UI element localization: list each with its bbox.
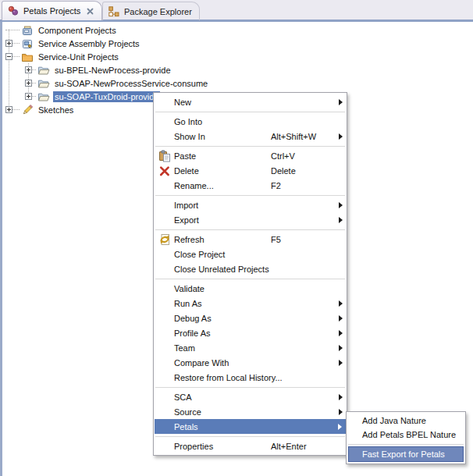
menu-item-compare-with[interactable]: Compare With: [154, 355, 347, 370]
tree-connector: [12, 56, 20, 57]
submenu-arrow-icon: [339, 315, 343, 321]
submenu-arrow-icon: [339, 394, 343, 400]
expander-plus-icon[interactable]: [5, 106, 12, 113]
tree-connector: [32, 96, 36, 97]
refresh-icon: [157, 233, 172, 246]
menu-item-properties[interactable]: Properties Alt+Enter: [154, 439, 347, 453]
submenu-arrow-icon: [339, 99, 343, 105]
menu-item-close-project[interactable]: Close Project: [154, 247, 347, 261]
menu-item-run-as[interactable]: Run As: [154, 296, 347, 311]
tab-package-explorer[interactable]: Package Explorer: [102, 2, 200, 20]
submenu-arrow-icon: [339, 202, 343, 208]
tree-item-su-soap-newprocessservice-consume[interactable]: su-SOAP-NewProcessService-consume: [2, 76, 473, 90]
submenu-item-fast-export-for-petals[interactable]: Fast Export for Petals: [348, 446, 464, 462]
menu-item-sca[interactable]: SCA: [154, 389, 347, 404]
tree-connector: [12, 43, 20, 44]
submenu-arrow-icon: [339, 360, 343, 366]
menu-item-petals[interactable]: Petals: [155, 419, 346, 434]
submenu-arrow-icon: [339, 133, 343, 140]
submenu-arrow-icon: [339, 330, 343, 336]
menu-item-new[interactable]: New: [154, 94, 347, 109]
submenu-arrow-icon: [339, 409, 343, 415]
expander-plus-icon[interactable]: [25, 80, 32, 87]
component-icon: [21, 24, 34, 37]
tree-item-service-assembly-projects[interactable]: Service Assembly Projects: [2, 37, 473, 50]
tree-connector: [32, 69, 36, 70]
tree-item-label: Service Assembly Projects: [37, 38, 141, 49]
submenu-arrow-icon: [339, 217, 343, 223]
menu-item-team[interactable]: Team: [154, 340, 347, 355]
expander-plus-icon[interactable]: [25, 93, 32, 100]
context-menu: New Go Into Show In Alt+Shift+W Paste Ct…: [153, 92, 347, 456]
folder-open-icon: [37, 91, 50, 103]
menu-separator: [348, 444, 464, 445]
tree-connector: [32, 83, 36, 83]
tab-label: Petals Projects: [23, 6, 80, 16]
menu-item-show-in[interactable]: Show In Alt+Shift+W: [154, 129, 347, 144]
view-tab-bar: Petals Projects Package Explorer: [0, 0, 473, 22]
tab-petals-projects[interactable]: Petals Projects: [2, 1, 102, 20]
tree-item-label: Sketches: [37, 105, 75, 115]
menu-item-paste[interactable]: Paste Ctrl+V: [154, 148, 347, 163]
assembly-icon: [21, 37, 34, 50]
menu-separator: [155, 387, 345, 388]
package-explorer-icon: [108, 5, 120, 18]
expander-minus-icon[interactable]: [5, 53, 12, 60]
menu-item-import[interactable]: Import: [154, 197, 347, 212]
tree-item-label: Component Projects: [37, 25, 118, 36]
petals-logo-icon: [7, 5, 20, 17]
tree-item-component-projects[interactable]: Component Projects: [2, 23, 473, 37]
menu-item-source[interactable]: Source: [154, 404, 347, 419]
menu-separator: [155, 195, 345, 196]
menu-item-restore-from-local-history[interactable]: Restore from Local History...: [154, 370, 347, 385]
expander-plus-icon[interactable]: [5, 40, 12, 47]
folder-open-icon: [37, 64, 50, 76]
menu-item-debug-as[interactable]: Debug As: [154, 311, 347, 325]
folder-closed-icon: [21, 51, 34, 63]
tree-item-label: su-BPEL-NewProcess-provide: [53, 65, 172, 76]
tree-item-label: Service-Unit Projects: [37, 52, 120, 62]
tab-label: Package Explorer: [124, 7, 192, 16]
menu-item-export[interactable]: Export: [154, 212, 347, 227]
tree-item-label: su-SOAP-NewProcessService-consume: [53, 78, 209, 89]
delete-icon: [157, 165, 172, 177]
submenu-item-add-java-nature[interactable]: Add Java Nature: [347, 414, 465, 428]
close-icon[interactable]: [86, 7, 94, 16]
paste-icon: [157, 150, 172, 162]
tree-item-service-unit-projects[interactable]: Service-Unit Projects: [2, 50, 473, 63]
menu-item-go-into[interactable]: Go Into: [154, 114, 347, 129]
folder-open-icon: [37, 77, 50, 90]
tree-item-su-bpel-newprocess-provide[interactable]: su-BPEL-NewProcess-provide: [2, 63, 473, 76]
menu-separator: [155, 112, 345, 112]
menu-item-close-unrelated-projects[interactable]: Close Unrelated Projects: [154, 261, 347, 276]
menu-item-rename[interactable]: Rename... F2: [154, 178, 347, 193]
petals-submenu: Add Java Nature Add Petals BPEL Nature F…: [346, 411, 466, 464]
submenu-item-add-petals-bpel-nature[interactable]: Add Petals BPEL Nature: [347, 428, 465, 442]
menu-separator: [155, 436, 345, 437]
tree-connector: [5, 30, 20, 30]
menu-item-validate[interactable]: Validate: [154, 281, 347, 296]
submenu-arrow-icon: [339, 345, 343, 351]
menu-separator: [155, 229, 345, 230]
menu-item-profile-as[interactable]: Profile As: [154, 325, 347, 340]
tree-item-label-selected: su-SOAP-TuxDroid-provide: [53, 91, 160, 102]
menu-item-refresh[interactable]: Refresh F5: [154, 232, 347, 247]
pencil-icon: [21, 104, 34, 116]
expander-plus-icon[interactable]: [25, 66, 32, 73]
tree-connector: [12, 109, 20, 110]
menu-separator: [155, 279, 345, 279]
submenu-arrow-icon: [338, 424, 342, 430]
submenu-arrow-icon: [339, 300, 343, 307]
menu-item-delete[interactable]: Delete Delete: [154, 163, 347, 178]
menu-separator: [155, 146, 345, 147]
